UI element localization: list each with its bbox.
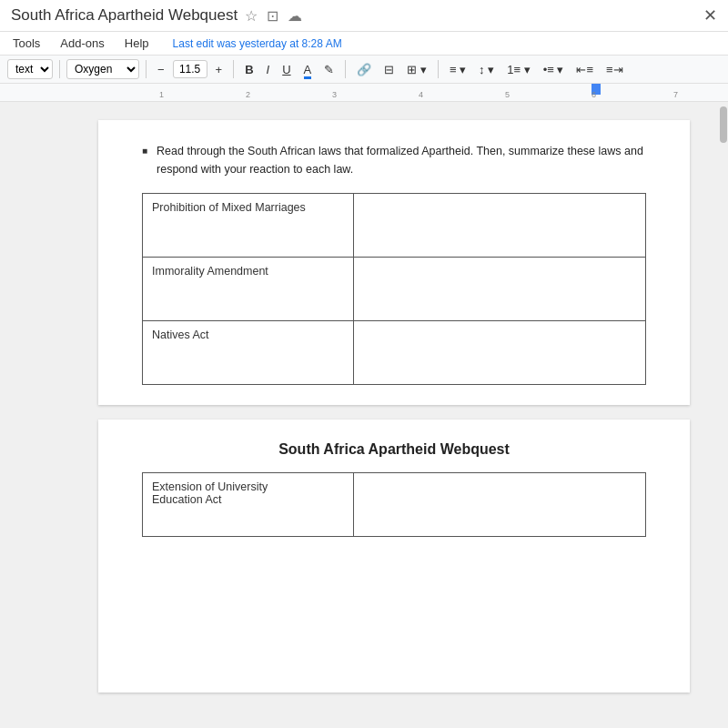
- divider-2: [146, 60, 147, 78]
- ruler-tick-2: 2: [246, 90, 250, 99]
- text-color-button[interactable]: A: [299, 60, 317, 79]
- divider-3: [233, 60, 234, 78]
- page2-row1-col2: [354, 473, 646, 537]
- image-button[interactable]: ⊞ ▾: [402, 60, 431, 79]
- menu-help[interactable]: Help: [123, 34, 151, 53]
- highlight-button[interactable]: ✎: [319, 60, 339, 79]
- main-container: ■ Read through the South African laws th…: [0, 102, 728, 725]
- title-bar: South Africa Apartheid Webquest ☆ ⊡ ☁ ✕: [0, 0, 728, 32]
- page-1: ■ Read through the South African laws th…: [98, 120, 690, 405]
- folder-icon[interactable]: ⊡: [267, 7, 278, 25]
- font-size-minus[interactable]: −: [153, 60, 169, 79]
- ruler-tick-7: 7: [673, 90, 678, 99]
- table-row: Immorality Amendment: [143, 258, 646, 321]
- list-bullet-button[interactable]: •≡ ▾: [539, 60, 569, 79]
- page2-heading: South Africa Apartheid Webquest: [142, 441, 646, 458]
- menu-addons[interactable]: Add-ons: [58, 34, 106, 53]
- style-select[interactable]: text: [7, 59, 53, 79]
- row1-col2: [354, 194, 646, 258]
- doc-title: South Africa Apartheid Webquest: [11, 6, 238, 25]
- bullet-section: ■ Read through the South African laws th…: [142, 142, 646, 178]
- menu-tools[interactable]: Tools: [11, 34, 42, 53]
- font-size-plus[interactable]: +: [211, 60, 228, 79]
- scroll-thumb[interactable]: [720, 106, 727, 143]
- ruler-tick-4: 4: [419, 90, 423, 99]
- menu-bar: Tools Add-ons Help Last edit was yesterd…: [0, 32, 728, 56]
- indent-decrease-button[interactable]: ⇤≡: [571, 60, 598, 79]
- link-button[interactable]: 🔗: [352, 60, 376, 79]
- divider-1: [59, 60, 60, 78]
- title-icons: ☆ ⊡ ☁: [245, 7, 302, 25]
- last-edit: Last edit was yesterday at 8:28 AM: [171, 35, 344, 53]
- font-size-input[interactable]: [173, 60, 207, 78]
- star-icon[interactable]: ☆: [245, 7, 258, 25]
- row2-col2: [354, 258, 646, 321]
- italic-button[interactable]: I: [262, 60, 275, 79]
- underline-button[interactable]: U: [278, 60, 295, 79]
- font-select[interactable]: Oxygen: [66, 59, 139, 79]
- page2-table: Extension of University Education Act: [142, 472, 646, 537]
- ruler-inner: 1 2 3 4 5 6 7: [73, 84, 728, 101]
- bold-button[interactable]: B: [240, 60, 258, 79]
- page1-table: Prohibition of Mixed Marriages Immoralit…: [142, 193, 646, 385]
- page-2: South Africa Apartheid Webquest Extensio…: [98, 420, 690, 693]
- ruler-tick-6: 6: [592, 90, 596, 99]
- page2-row1-col1: Extension of University Education Act: [143, 473, 354, 537]
- row2-col1: Immorality Amendment: [143, 258, 354, 321]
- indent-increase-button[interactable]: ≡⇥: [602, 60, 628, 79]
- toolbar: text Oxygen − + B I U A ✎ 🔗 ⊟ ⊞ ▾ ≡ ▾ ↕ …: [0, 56, 728, 84]
- bullet-icon: ■: [142, 146, 147, 178]
- row3-col1: Natives Act: [143, 321, 354, 385]
- table-row: Natives Act: [143, 321, 646, 385]
- table-row: Extension of University Education Act: [143, 473, 646, 537]
- bullet-text: Read through the South African laws that…: [157, 142, 646, 178]
- cloud-icon[interactable]: ☁: [288, 7, 302, 25]
- right-scrollbar[interactable]: [715, 102, 728, 725]
- comment-button[interactable]: ⊟: [379, 60, 399, 79]
- ruler-tick-5: 5: [505, 90, 510, 99]
- row1-col1: Prohibition of Mixed Marriages: [143, 194, 354, 258]
- close-icon[interactable]: ✕: [703, 5, 717, 25]
- ruler-tick-3: 3: [332, 90, 337, 99]
- left-margin: [0, 102, 73, 725]
- align-button[interactable]: ≡ ▾: [445, 60, 470, 79]
- ruler-tick-1: 1: [159, 90, 164, 99]
- list-ordered-button[interactable]: 1≡ ▾: [502, 60, 534, 79]
- divider-5: [438, 60, 439, 78]
- line-spacing-button[interactable]: ↕ ▾: [474, 60, 499, 79]
- table-row: Prohibition of Mixed Marriages: [143, 194, 646, 258]
- ruler: 1 2 3 4 5 6 7: [0, 84, 728, 102]
- right-panel: ■ Read through the South African laws th…: [73, 102, 715, 725]
- row3-col2: [354, 321, 646, 385]
- divider-4: [345, 60, 346, 78]
